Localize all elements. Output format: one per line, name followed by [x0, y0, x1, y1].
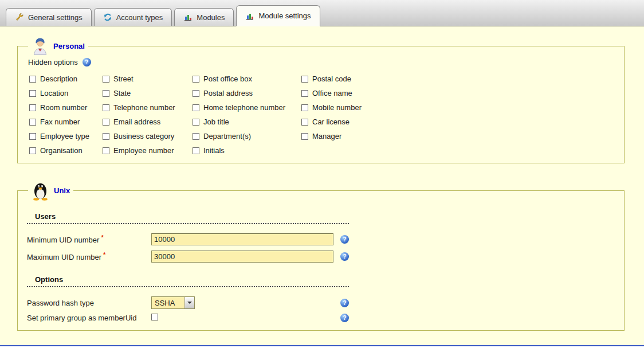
personal-fieldset: Personal Hidden options ? Description St… [17, 37, 625, 163]
checkbox-label: Car license [312, 118, 350, 126]
hidden-option-item[interactable]: Postal code [301, 75, 615, 83]
hidden-option-checkbox[interactable] [301, 104, 308, 111]
checkbox-label: Home telephone number [203, 103, 285, 112]
hidden-option-checkbox[interactable] [193, 76, 199, 83]
hidden-option-item[interactable]: Fax number [29, 118, 103, 126]
checkbox-label: Job title [203, 118, 229, 126]
password-hash-label: Password hash type [27, 299, 151, 307]
member-uid-row: Set primary group as memberUid ? [27, 314, 615, 322]
tab-general-settings[interactable]: General settings [6, 8, 92, 26]
hidden-option-checkbox[interactable] [193, 119, 199, 126]
hidden-option-checkbox[interactable] [103, 147, 109, 154]
hidden-option-checkbox[interactable] [103, 90, 109, 97]
checkbox-label: Location [40, 89, 68, 97]
hidden-option-checkbox[interactable] [193, 133, 199, 140]
users-section-header: Users [27, 212, 349, 224]
hidden-option-item[interactable]: Telephone number [103, 103, 193, 112]
hidden-option-item[interactable]: Post office box [193, 75, 301, 83]
member-uid-checkbox[interactable] [151, 314, 158, 320]
checkbox-label: Street [113, 75, 133, 83]
hidden-option-item[interactable]: Office name [301, 89, 615, 97]
hidden-option-checkbox[interactable] [103, 119, 109, 126]
min-uid-input[interactable] [151, 233, 333, 245]
help-icon[interactable]: ? [340, 299, 349, 307]
hidden-option-item[interactable]: Job title [193, 118, 301, 126]
help-icon[interactable]: ? [340, 235, 349, 244]
checkbox-label: Employee number [113, 146, 174, 155]
bottom-divider [0, 345, 644, 346]
hidden-options-row: Hidden options ? [28, 58, 615, 67]
hidden-option-item[interactable]: Employee type [29, 132, 103, 140]
wrench-icon [15, 13, 24, 22]
hidden-option-item[interactable]: Initials [193, 146, 301, 155]
hidden-option-item[interactable]: Home telephone number [193, 103, 301, 112]
hidden-option-checkbox[interactable] [301, 133, 308, 140]
checkbox-label: Employee type [40, 132, 89, 140]
hidden-option-checkbox[interactable] [301, 76, 308, 83]
hidden-option-item[interactable]: Postal address [193, 89, 301, 97]
hidden-option-checkbox[interactable] [29, 119, 36, 126]
checkbox-label: Organisation [40, 146, 83, 155]
module-settings-icon [245, 11, 254, 21]
checkbox-label: Office name [312, 89, 352, 97]
help-icon[interactable]: ? [340, 252, 349, 261]
hidden-option-checkbox[interactable] [29, 90, 36, 97]
hidden-option-item[interactable]: Email address [103, 118, 193, 126]
unix-legend: Unix [28, 181, 73, 201]
help-icon[interactable]: ? [340, 314, 349, 322]
hidden-option-checkbox[interactable] [29, 133, 36, 140]
hidden-option-item[interactable]: Location [29, 89, 103, 97]
tab-modules[interactable]: Modules [174, 8, 234, 26]
max-uid-label: Maximum UID number* [27, 251, 151, 261]
checkbox-label: Post office box [203, 75, 252, 83]
hidden-option-checkbox[interactable] [103, 104, 109, 111]
hidden-option-checkbox[interactable] [301, 90, 308, 97]
content-area: Personal Hidden options ? Description St… [0, 26, 644, 345]
hidden-option-item[interactable]: Description [29, 75, 103, 83]
checkbox-label: Email address [113, 118, 160, 126]
hidden-option-item[interactable]: Business category [103, 132, 193, 140]
unix-fieldset: Unix Users Minimum UID number* ? Maximum… [17, 181, 625, 331]
checkbox-label: Room number [40, 103, 87, 112]
tab-label: Modules [197, 13, 225, 22]
checkbox-label: Postal address [203, 89, 253, 97]
hidden-option-checkbox[interactable] [301, 119, 308, 126]
max-uid-row: Maximum UID number* ? [27, 251, 615, 263]
password-hash-select[interactable]: SSHA [151, 296, 195, 309]
hidden-option-item[interactable]: Car license [301, 118, 615, 126]
module-settings-page: General settings Account types [0, 0, 644, 348]
hidden-option-checkbox[interactable] [29, 76, 36, 83]
hidden-option-item[interactable]: Room number [29, 103, 103, 112]
modules-icon [183, 13, 193, 22]
checkbox-label: Fax number [40, 118, 80, 126]
tab-label: Module settings [258, 11, 311, 20]
required-marker: * [103, 251, 105, 258]
hidden-option-checkbox[interactable] [193, 147, 199, 154]
max-uid-input[interactable] [151, 251, 333, 263]
hidden-options-label: Hidden options [28, 58, 78, 67]
help-icon[interactable]: ? [83, 58, 91, 67]
hidden-option-item[interactable]: Department(s) [193, 132, 301, 140]
hidden-option-item[interactable]: Mobile number [301, 103, 615, 112]
tab-module-settings[interactable]: Module settings [236, 5, 320, 26]
tab-label: General settings [28, 13, 83, 22]
hidden-options-grid: Description Street Post office box Posta… [29, 75, 615, 155]
hidden-option-item[interactable]: Employee number [103, 146, 193, 155]
checkbox-label: Description [40, 75, 77, 83]
hidden-option-checkbox[interactable] [29, 104, 36, 111]
hidden-option-item[interactable]: Manager [301, 132, 615, 140]
hidden-option-item[interactable]: Street [103, 75, 193, 83]
hidden-option-checkbox[interactable] [103, 133, 109, 140]
required-marker: * [101, 234, 103, 241]
hidden-option-item[interactable]: Organisation [29, 146, 103, 155]
checkbox-label: Initials [203, 146, 225, 155]
hidden-option-checkbox[interactable] [193, 104, 199, 111]
tab-label: Account types [116, 13, 163, 22]
tab-account-types[interactable]: Account types [94, 8, 172, 26]
hidden-option-checkbox[interactable] [193, 90, 199, 97]
checkbox-label: Business category [113, 132, 174, 140]
hidden-option-checkbox[interactable] [29, 147, 36, 154]
min-uid-row: Minimum UID number* ? [27, 233, 615, 245]
hidden-option-checkbox[interactable] [103, 76, 109, 83]
hidden-option-item[interactable]: State [103, 89, 193, 97]
